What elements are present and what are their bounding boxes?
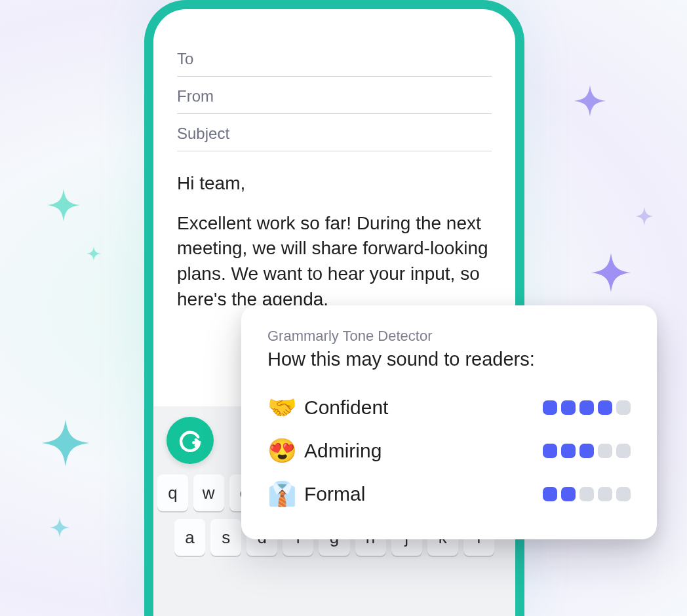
sparkle-icon [574, 85, 606, 117]
sparkle-icon [635, 207, 654, 225]
tone-label: Formal [304, 483, 543, 505]
score-pip [543, 400, 557, 415]
email-greeting: Hi team, [177, 171, 492, 197]
email-body[interactable]: Hi team, Excellent work so far! During t… [177, 151, 492, 326]
tone-list: 🤝Confident😍Admiring👔Formal [267, 386, 631, 516]
to-field[interactable]: To [177, 39, 492, 77]
tone-score [543, 487, 631, 501]
score-pip [616, 444, 631, 458]
subject-label: Subject [177, 125, 229, 142]
to-label: To [177, 50, 193, 67]
tone-score [543, 444, 631, 458]
score-pip [543, 487, 557, 501]
score-pip [561, 444, 576, 458]
tone-emoji: 👔 [267, 480, 304, 508]
email-paragraph: Excellent work so far! During the next m… [177, 211, 492, 313]
score-pip [579, 400, 594, 415]
tone-row: 🤝Confident [267, 386, 631, 429]
tone-label: Admiring [304, 440, 543, 462]
score-pip [561, 400, 576, 415]
sparkle-icon [47, 189, 80, 221]
score-pip [616, 400, 631, 415]
score-pip [543, 444, 557, 458]
sparkle-icon [87, 246, 101, 261]
keyboard-key[interactable]: a [174, 519, 205, 556]
keyboard-key[interactable]: s [210, 519, 241, 556]
tone-label: Confident [304, 396, 543, 419]
grammarly-icon[interactable] [167, 417, 214, 464]
score-pip [579, 487, 594, 501]
popover-title: Grammarly Tone Detector [267, 328, 631, 345]
keyboard-key[interactable]: w [193, 474, 224, 511]
sparkle-icon [591, 253, 631, 292]
from-field[interactable]: From [177, 77, 492, 114]
tone-row: 👔Formal [267, 472, 631, 516]
score-pip [616, 487, 631, 501]
popover-subtitle: How this may sound to readers: [267, 349, 631, 370]
score-pip [579, 444, 594, 458]
tone-detector-popover: Grammarly Tone Detector How this may sou… [241, 305, 657, 539]
tone-emoji: 🤝 [267, 394, 304, 421]
tone-emoji: 😍 [267, 437, 304, 465]
tone-row: 😍Admiring [267, 429, 631, 472]
from-label: From [177, 87, 214, 105]
score-pip [598, 444, 612, 458]
sparkle-icon [42, 419, 89, 467]
subject-field[interactable]: Subject [177, 114, 492, 151]
sparkle-icon [50, 518, 69, 537]
tone-score [543, 400, 631, 415]
score-pip [598, 487, 612, 501]
score-pip [561, 487, 576, 501]
score-pip [598, 400, 612, 415]
keyboard-key[interactable]: q [157, 474, 188, 511]
